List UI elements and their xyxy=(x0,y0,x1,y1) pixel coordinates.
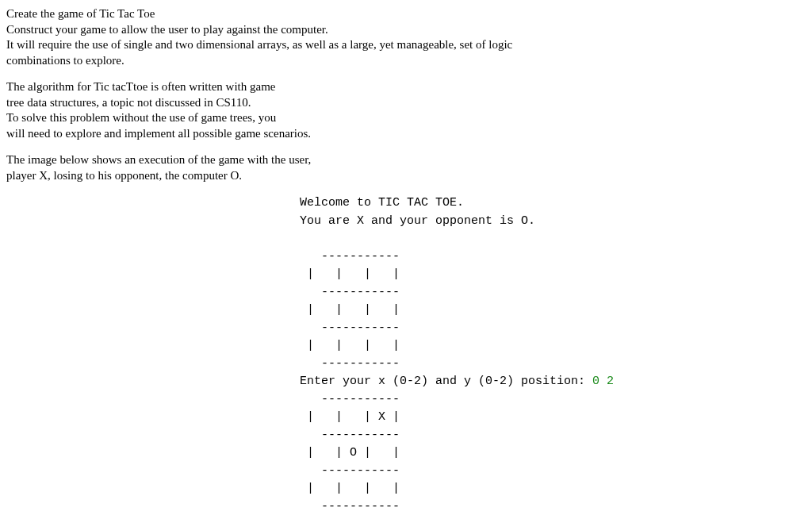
board-row: | | | | xyxy=(300,303,400,317)
text-line: player X, losing to his opponent, the co… xyxy=(6,168,806,184)
instructions-paragraph-1: Create the game of Tic Tac Toe Construct… xyxy=(6,6,806,68)
user-input: 0 2 xyxy=(592,375,614,388)
board-divider: ----------- xyxy=(300,393,400,406)
text-line: tree data structures, a topic not discus… xyxy=(6,95,806,111)
instructions-paragraph-2: The algorithm for Tic tacTtoe is often w… xyxy=(6,79,806,141)
prompt-line: Enter your x (0-2) and y (0-2) position:… xyxy=(300,375,614,388)
text-line: Construct your game to allow the user to… xyxy=(6,22,806,38)
console-output: Welcome to TIC TAC TOE. You are X and yo… xyxy=(300,194,806,516)
text-line: It will require the use of single and tw… xyxy=(6,37,806,53)
text-line: Create the game of Tic Tac Toe xyxy=(6,6,806,22)
text-line: The algorithm for Tic tacTtoe is often w… xyxy=(6,79,806,95)
board-divider: ----------- xyxy=(300,429,400,442)
instructions-paragraph-3: The image below shows an execution of th… xyxy=(6,152,806,183)
board-divider: ----------- xyxy=(300,286,400,299)
text-line: combinations to explore. xyxy=(6,53,806,69)
board-divider: ----------- xyxy=(300,464,400,478)
board-divider: ----------- xyxy=(300,321,400,335)
board-row: | | | X | xyxy=(300,410,400,424)
board-divider: ----------- xyxy=(300,357,400,371)
board-divider: ----------- xyxy=(300,500,400,513)
text-line: will need to explore and implement all p… xyxy=(6,126,806,142)
prompt-text: Enter your x (0-2) and y (0-2) position: xyxy=(300,375,592,388)
board-row: | | | | xyxy=(300,339,400,352)
text-line: The image below shows an execution of th… xyxy=(6,152,806,168)
console-line: You are X and your opponent is O. xyxy=(300,214,535,228)
text-line: To solve this problem without the use of… xyxy=(6,110,806,126)
console-line: Welcome to TIC TAC TOE. xyxy=(300,196,464,210)
instructions-block: Create the game of Tic Tac Toe Construct… xyxy=(6,6,806,183)
board-row: | | O | | xyxy=(300,446,400,459)
board-row: | | | | xyxy=(300,482,400,495)
board-row: | | | | xyxy=(300,267,400,281)
board-divider: ----------- xyxy=(300,250,400,263)
